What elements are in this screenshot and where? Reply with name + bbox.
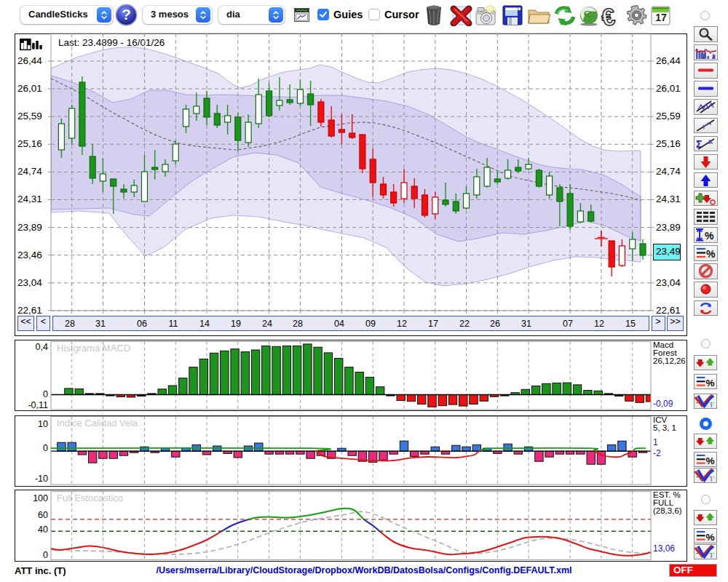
svg-text:26: 26: [490, 319, 500, 329]
svg-text:09: 09: [365, 319, 376, 329]
svg-text:%: %: [705, 531, 714, 542]
svg-text:%: %: [705, 230, 714, 242]
svg-text:19: 19: [231, 319, 241, 329]
svg-text:28: 28: [65, 319, 75, 329]
svg-text:31: 31: [521, 319, 531, 329]
svg-text:07: 07: [563, 319, 573, 329]
svg-text:12: 12: [594, 319, 604, 329]
svg-text:17: 17: [428, 319, 438, 329]
svg-text:12: 12: [397, 319, 407, 329]
svg-text:14: 14: [199, 319, 210, 329]
svg-text:28: 28: [293, 319, 303, 329]
svg-text:%: %: [705, 377, 714, 388]
svg-text:%: %: [706, 248, 716, 260]
svg-text:11: 11: [169, 319, 178, 329]
svg-text:15: 15: [625, 319, 636, 329]
svg-text:%: %: [705, 455, 714, 466]
svg-text:06: 06: [137, 319, 147, 329]
svg-text:31: 31: [95, 319, 106, 329]
svg-text:04: 04: [334, 319, 344, 329]
svg-text:22: 22: [459, 319, 470, 329]
svg-text:24: 24: [262, 319, 272, 329]
